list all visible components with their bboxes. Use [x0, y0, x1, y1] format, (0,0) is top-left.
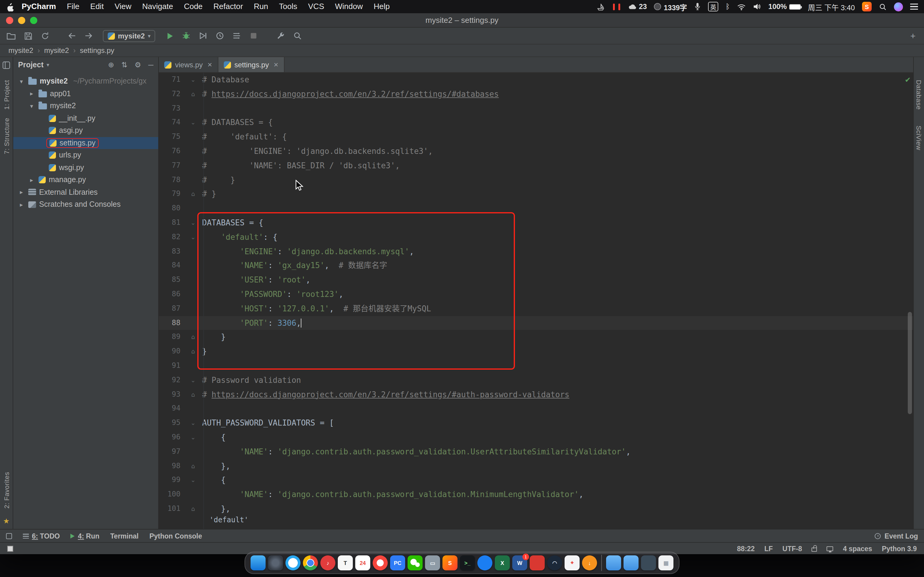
- editor-breadcrumb[interactable]: 'default': [209, 516, 249, 529]
- dock-icon-typora[interactable]: T: [338, 555, 353, 571]
- code-line[interactable]: 82⌄ 'default': {: [159, 230, 913, 245]
- ship-status-icon[interactable]: [597, 3, 606, 11]
- code-line[interactable]: 93⌂# https://docs.djangoproject.com/en/3…: [159, 387, 913, 402]
- run-coverage-button[interactable]: [195, 29, 210, 42]
- hide-panel-icon[interactable]: ─: [148, 61, 153, 69]
- fold-marker[interactable]: ⌄: [184, 430, 202, 445]
- volume-icon[interactable]: [753, 3, 761, 10]
- run-configuration-select[interactable]: mysite2 ▾: [103, 30, 155, 42]
- code-viewport[interactable]: 71⌄# Database72⌂# https://docs.djangopro…: [159, 73, 913, 529]
- input-language-icon[interactable]: 英: [708, 2, 718, 11]
- tree-arrow-icon[interactable]: ▾: [27, 103, 36, 110]
- dock-icon-finder[interactable]: [250, 555, 266, 571]
- dock-icon-pc-blue[interactable]: PC: [390, 555, 405, 571]
- code-line[interactable]: 87 'HOST': '127.0.0.1', # 那台机器安装了MySQL: [159, 302, 913, 316]
- tree-arrow-icon[interactable]: ▾: [17, 78, 26, 85]
- dock-icon-steam[interactable]: ◠: [547, 555, 562, 571]
- project-tree-item[interactable]: urls.py: [13, 149, 158, 161]
- tool-windows-icon[interactable]: [2, 61, 10, 71]
- code-line[interactable]: 100 'NAME': 'django.contrib.auth.passwor…: [159, 487, 913, 502]
- line-number[interactable]: 99: [159, 473, 184, 488]
- dock-icon-safari[interactable]: [286, 555, 300, 571]
- tree-arrow-icon[interactable]: ▸: [17, 201, 26, 208]
- debug-button[interactable]: [179, 29, 194, 42]
- pause-status-icon[interactable]: [613, 3, 621, 10]
- line-number[interactable]: 96: [159, 430, 184, 445]
- code-line[interactable]: 97 'NAME': 'django.contrib.auth.password…: [159, 445, 913, 459]
- menubar-menu-run[interactable]: Run: [249, 0, 274, 13]
- microphone-icon[interactable]: [694, 2, 701, 11]
- lock-icon[interactable]: [811, 547, 817, 551]
- line-number[interactable]: 72: [159, 87, 184, 102]
- line-number[interactable]: 85: [159, 273, 184, 287]
- code-line[interactable]: 88 'PORT': 3306,: [159, 316, 913, 330]
- fold-marker[interactable]: ⌄: [184, 473, 202, 488]
- code-line[interactable]: 99⌄ {: [159, 473, 913, 488]
- tool-button-project[interactable]: 1: Project: [3, 80, 10, 110]
- line-number[interactable]: 98: [159, 459, 184, 473]
- dock-icon-folder-documents[interactable]: [624, 555, 638, 571]
- fold-marker[interactable]: ⌂: [184, 502, 202, 516]
- menubar-menu-edit[interactable]: Edit: [85, 0, 109, 13]
- code-line[interactable]: 89⌂ }: [159, 330, 913, 345]
- code-line[interactable]: 83 'ENGINE': 'django.db.backends.mysql',: [159, 244, 913, 259]
- dock-icon-reader-red[interactable]: [530, 555, 545, 571]
- dock-icon-display-app[interactable]: ▭: [425, 555, 440, 571]
- line-number[interactable]: 83: [159, 244, 184, 259]
- menubar-menu-file[interactable]: File: [61, 0, 85, 13]
- tool-button-favorites[interactable]: 2: Favorites: [3, 472, 10, 508]
- project-tree-item[interactable]: ▾mysite2~/PycharmProjects/gx: [13, 75, 158, 87]
- line-number[interactable]: 88: [159, 316, 184, 330]
- dock-icon-map-white[interactable]: ⌖: [565, 555, 580, 571]
- code-line[interactable]: 86 'PASSWORD': 'root123',: [159, 287, 913, 302]
- run-button[interactable]: [162, 29, 177, 42]
- fold-marker[interactable]: ⌂: [184, 459, 202, 473]
- fold-marker[interactable]: ⌂: [184, 344, 202, 359]
- dock-icon-terminal[interactable]: >_: [460, 555, 475, 571]
- line-number[interactable]: 76: [159, 144, 184, 159]
- counter-status-item[interactable]: 23: [628, 2, 647, 11]
- dock-icon-sogou-input[interactable]: S: [443, 555, 457, 571]
- sogou-input-icon[interactable]: S: [862, 2, 872, 11]
- line-number[interactable]: 91: [159, 359, 184, 373]
- project-tree-item[interactable]: settings.py: [13, 137, 158, 149]
- dock-icon-chrome[interactable]: [303, 555, 318, 571]
- dock-icon-calendar[interactable]: 24: [355, 555, 370, 571]
- tool-button-sciview[interactable]: SciView: [915, 125, 922, 150]
- line-number[interactable]: 92: [159, 373, 184, 387]
- concurrency-button[interactable]: [229, 29, 244, 42]
- breadcrumb-item[interactable]: mysite2: [8, 46, 33, 55]
- spotlight-search-icon[interactable]: [879, 3, 887, 11]
- line-number[interactable]: 80: [159, 201, 184, 216]
- line-number[interactable]: 87: [159, 302, 184, 316]
- menubar-clock[interactable]: 周三 下午 3:40: [808, 2, 855, 12]
- favorites-star-icon[interactable]: ★: [3, 517, 10, 525]
- line-number[interactable]: 84: [159, 259, 184, 273]
- bluetooth-icon[interactable]: ᛒ: [725, 2, 730, 11]
- dock-icon-stack-dark[interactable]: [641, 555, 656, 571]
- synchronize-icon[interactable]: [37, 29, 52, 42]
- code-line[interactable]: 92⌄# Password validation: [159, 373, 913, 387]
- siri-icon[interactable]: [894, 2, 903, 11]
- line-number[interactable]: 75: [159, 130, 184, 144]
- wordcount-status-item[interactable]: 1339字: [654, 2, 687, 12]
- battery-status[interactable]: 100%: [769, 2, 801, 11]
- code-line[interactable]: 78# }: [159, 173, 913, 187]
- menubar-menu-window[interactable]: Window: [330, 0, 368, 13]
- close-window-button[interactable]: [6, 16, 13, 24]
- project-tree-item[interactable]: __init__.py: [13, 112, 158, 124]
- window-titlebar[interactable]: mysite2 – settings.py: [0, 13, 924, 27]
- line-number[interactable]: 86: [159, 287, 184, 302]
- code-line[interactable]: 85 'USER': 'root',: [159, 273, 913, 287]
- save-all-icon[interactable]: [21, 29, 36, 42]
- dock-icon-music-red[interactable]: ♪: [320, 555, 335, 571]
- toolwindow-run[interactable]: 4: Run: [71, 532, 100, 540]
- line-number[interactable]: 101: [159, 502, 184, 516]
- fold-marker[interactable]: ⌂: [184, 187, 202, 201]
- menubar-menu-view[interactable]: View: [109, 0, 137, 13]
- line-ending[interactable]: LF: [764, 545, 773, 552]
- minimize-window-button[interactable]: [18, 16, 25, 24]
- project-tree-item[interactable]: ▸Scratches and Consoles: [13, 198, 158, 211]
- profiler-button[interactable]: [212, 29, 228, 42]
- toolwindow-todo[interactable]: 6: TODO: [23, 532, 60, 540]
